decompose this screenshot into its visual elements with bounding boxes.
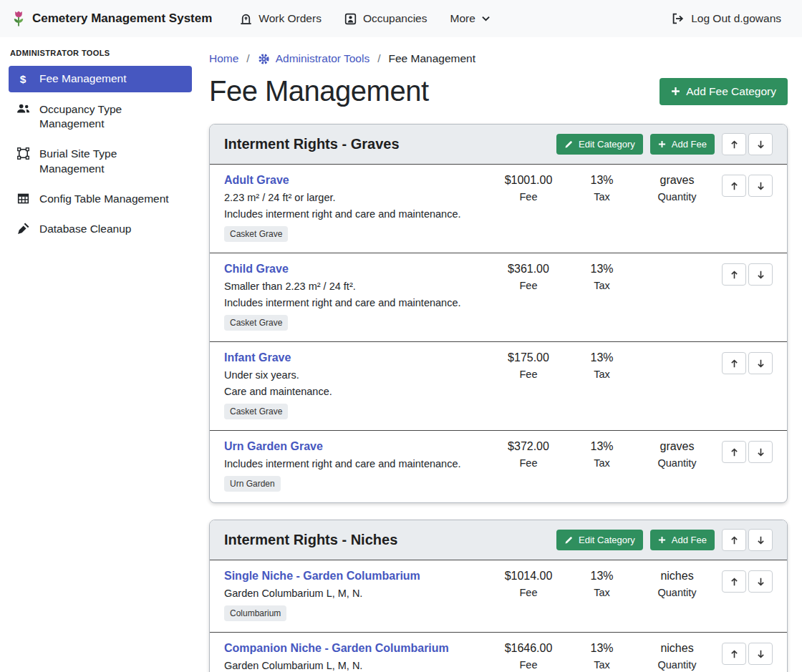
fee-category-card: Interment Rights - Niches Edit Category … [209,520,788,672]
tax-label: Tax [568,280,636,291]
fee-amount-label: Fee [489,659,568,671]
logout-icon [672,13,685,24]
gear-icon [258,53,270,65]
tax-label: Tax [568,457,636,469]
fee-move-group [722,263,773,286]
fee-move-group [722,441,773,463]
fee-amount-value: $1014.00 [489,570,568,583]
quantity-value: graves [636,174,718,187]
edit-category-button[interactable]: Edit Category [556,134,643,155]
nav-more-label: More [450,12,475,25]
tax-label: Tax [568,191,636,203]
breadcrumb-admin-tools-link[interactable]: Administrator Tools [258,52,370,65]
plus-icon [671,87,680,96]
fee-amount-label: Fee [489,280,568,291]
category-header: Interment Rights - Niches Edit Category … [210,520,787,560]
nav-occupancies[interactable]: Occupancies [335,6,437,31]
broom-icon [16,223,30,235]
fee-name-link[interactable]: Adult Grave [224,174,289,187]
add-fee-label: Add Fee [672,139,707,150]
fee-amount-value: $1646.00 [489,642,568,655]
pencil-icon [564,140,573,149]
move-fee-down-button[interactable] [748,570,773,593]
fee-category-list: Interment Rights - Graves Edit Category … [209,124,788,672]
move-category-down-button[interactable] [748,529,773,551]
fee-name-link[interactable]: Companion Niche - Garden Columbarium [224,642,449,655]
add-fee-category-button[interactable]: Add Fee Category [660,78,788,105]
edit-category-label: Edit Category [579,139,635,150]
fee-move-group [722,643,773,665]
move-category-down-button[interactable] [748,133,773,155]
admin-sidebar: Administrator Tools $ Fee Management Occ… [0,37,200,246]
fee-amount-value: $175.00 [489,351,568,364]
tax-value: 13% [568,570,636,583]
breadcrumb-separator: / [377,52,380,65]
move-fee-up-button[interactable] [722,352,746,374]
move-fee-down-button[interactable] [748,175,773,197]
sidebar-item-label: Occupancy Type Management [39,102,185,131]
add-fee-button[interactable]: Add Fee [650,530,715,550]
sidebar-item-burial-site-type[interactable]: Burial Site Type Management [9,141,192,181]
fee-name-link[interactable]: Child Grave [224,263,289,276]
logout-label: Log Out d.gowans [691,12,781,25]
fee-amount-value: $1001.00 [489,174,568,187]
move-category-up-button[interactable] [722,133,746,155]
sidebar-item-database-cleanup[interactable]: Database Cleanup [9,216,192,242]
tax-value: 13% [568,263,636,276]
move-fee-up-button[interactable] [722,643,746,665]
fee-type-badge: Casket Grave [224,404,288,419]
fee-descriptions: 2.23 m² / 24 ft² or larger.Includes inte… [224,192,489,220]
move-fee-up-button[interactable] [722,175,746,197]
fee-row: Urn Garden Grave Includes interment righ… [210,430,787,502]
move-fee-down-button[interactable] [748,263,773,286]
sidebar-item-config-table[interactable]: Config Table Management [9,186,192,212]
dollar-icon: $ [16,72,30,87]
sidebar-item-label: Fee Management [39,72,127,86]
tax-label: Tax [568,587,636,598]
move-fee-down-button[interactable] [748,643,773,665]
move-fee-up-button[interactable] [722,263,746,286]
fee-name-link[interactable]: Infant Grave [224,351,291,364]
quantity-label: Quantity [636,457,718,469]
breadcrumb: Home / Administrator Tools / Fee Managem… [209,52,788,65]
move-fee-down-button[interactable] [748,352,773,374]
fee-descriptions: Includes interment right and care and ma… [224,458,489,469]
fee-description: Garden Columbarium L, M, N. [224,588,489,599]
fee-move-group [722,175,773,197]
move-fee-up-button[interactable] [722,570,746,593]
category-title: Interment Rights - Graves [224,136,400,152]
sidebar-item-fee-management[interactable]: $ Fee Management [9,66,192,92]
tax-value: 13% [568,351,636,364]
nav-more[interactable]: More [441,6,499,31]
table-icon [16,193,30,205]
main-nav: Work Orders Occupancies More [231,6,499,31]
tax-value: 13% [568,642,636,655]
fee-list: Single Niche - Garden Columbarium Garden… [210,560,787,672]
sidebar-item-occupancy-type[interactable]: Occupancy Type Management [9,97,192,137]
quantity-label: Quantity [636,659,718,671]
fee-amount-label: Fee [489,587,568,598]
nav-occupancies-label: Occupancies [363,12,427,25]
edit-category-button[interactable]: Edit Category [556,530,643,550]
fee-description: Care and maintenance. [224,386,489,397]
fee-description: Smaller than 2.23 m² / 24 ft². [224,281,489,292]
add-fee-button[interactable]: Add Fee [650,134,715,155]
move-category-up-button[interactable] [722,529,746,551]
nav-work-orders[interactable]: Work Orders [231,6,331,31]
logout-link[interactable]: Log Out d.gowans [662,6,791,31]
fee-list: Adult Grave 2.23 m² / 24 ft² or larger.I… [210,165,787,502]
category-move-group [722,529,773,551]
nav-work-orders-label: Work Orders [259,12,322,25]
edit-category-label: Edit Category [579,535,635,545]
fee-amount-label: Fee [489,457,568,469]
fee-description: 2.23 m² / 24 ft² or larger. [224,192,489,203]
move-fee-down-button[interactable] [748,441,773,463]
fee-category-card: Interment Rights - Graves Edit Category … [209,124,788,503]
fee-name-link[interactable]: Urn Garden Grave [224,440,323,453]
breadcrumb-home-link[interactable]: Home [209,52,238,65]
fee-name-link[interactable]: Single Niche - Garden Columbarium [224,570,420,583]
chevron-down-icon [482,16,490,21]
move-fee-up-button[interactable] [722,441,746,463]
fee-descriptions: Garden Columbarium L, M, N. [224,660,489,671]
fee-descriptions: Garden Columbarium L, M, N. [224,588,489,599]
